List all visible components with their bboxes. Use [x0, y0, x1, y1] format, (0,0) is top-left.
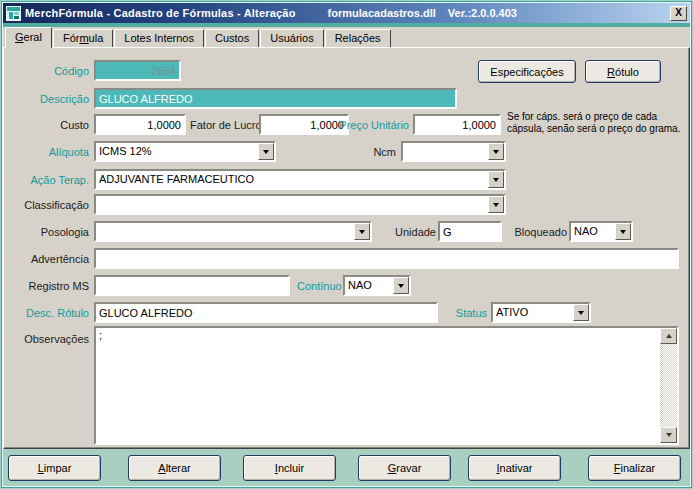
- close-icon: X: [675, 8, 682, 18]
- preco-note-line1: Se for cáps. será o preço de cada: [507, 111, 680, 123]
- ncm-combobox[interactable]: [401, 141, 506, 162]
- advertencia-field[interactable]: [94, 248, 679, 269]
- tab-label: Usuários: [270, 32, 313, 44]
- tab-custos[interactable]: Custos: [205, 29, 259, 47]
- bloqueado-dropdown-button[interactable]: [615, 223, 631, 240]
- acao-terap-label: Ação Terap.: [9, 173, 89, 187]
- ncm-label: Ncm: [341, 145, 396, 159]
- observacoes-scrollbar[interactable]: [660, 328, 677, 443]
- fator-lucro-field[interactable]: [259, 114, 349, 135]
- desc-rotulo-label: Desc. Rótulo: [9, 306, 89, 320]
- descricao-label: Descrição: [9, 92, 89, 106]
- ncm-dropdown-button[interactable]: [488, 143, 504, 160]
- preco-note-line2: cápsula, senão será o preço do grama.: [507, 123, 680, 135]
- tab-label: Fór: [63, 32, 80, 44]
- aliquota-combobox[interactable]: ICMS 12%: [94, 141, 276, 162]
- classificacao-combobox[interactable]: [94, 194, 506, 215]
- codigo-label: Código: [9, 64, 89, 78]
- bottom-button-bar: Limpar Alterar Incluir Gravar Inativar F…: [3, 449, 690, 486]
- tab-lotes-internos[interactable]: Lotes Internos: [114, 29, 204, 47]
- button-label: Especificações: [490, 66, 563, 78]
- button-label: nativar: [500, 462, 533, 474]
- classificacao-value: [96, 196, 488, 213]
- classificacao-dropdown-button[interactable]: [488, 196, 504, 213]
- tab-label: Lotes Internos: [124, 32, 194, 44]
- status-value: ATIVO: [493, 304, 573, 321]
- preco-unitario-field[interactable]: [413, 114, 501, 135]
- scroll-down-button[interactable]: [660, 427, 677, 443]
- alterar-button[interactable]: Alterar: [128, 455, 221, 481]
- advertencia-label: Advertência: [9, 252, 89, 266]
- gravar-button[interactable]: Gravar: [358, 455, 451, 481]
- observacoes-text[interactable]: ;: [99, 329, 657, 442]
- tab-label: m: [79, 32, 88, 44]
- tab-label: eral: [24, 31, 42, 43]
- scroll-up-button[interactable]: [660, 328, 677, 344]
- continuo-value: NAO: [345, 277, 393, 294]
- app-icon: [6, 6, 21, 21]
- continuo-combobox[interactable]: NAO: [343, 275, 411, 296]
- button-label: A: [158, 462, 165, 474]
- chevron-down-icon: [493, 178, 499, 185]
- button-label: impar: [44, 462, 72, 474]
- tab-formula[interactable]: Fórmula: [53, 29, 113, 47]
- title-bar: MerchFórmula - Cadastro de Fórmulas - Al…: [3, 3, 690, 23]
- registro-ms-field[interactable]: [94, 275, 290, 296]
- aliquota-value: ICMS 12%: [96, 143, 258, 160]
- inativar-button[interactable]: Inativar: [468, 455, 561, 481]
- tab-usuarios[interactable]: Usuários: [260, 29, 323, 47]
- desc-rotulo-field[interactable]: [94, 302, 438, 323]
- button-label: G: [388, 462, 397, 474]
- fator-lucro-label: Fator de Lucro: [190, 118, 260, 132]
- acao-terap-value: ADJUVANTE FARMACEUTICO: [96, 171, 488, 188]
- tab-relacoes[interactable]: Relações: [325, 29, 391, 47]
- tab-label: Relações: [335, 32, 381, 44]
- continuo-dropdown-button[interactable]: [393, 277, 409, 294]
- bloqueado-value: NAO: [571, 223, 615, 240]
- status-combobox[interactable]: ATIVO: [491, 302, 591, 323]
- close-button[interactable]: X: [670, 6, 687, 21]
- acao-terap-combobox[interactable]: ADJUVANTE FARMACEUTICO: [94, 169, 506, 190]
- registro-ms-label: Registro MS: [9, 279, 89, 293]
- bloqueado-label: Bloqueado: [509, 225, 567, 239]
- custo-field[interactable]: [94, 114, 186, 135]
- limpar-button[interactable]: Limpar: [8, 455, 101, 481]
- window-title: MerchFórmula - Cadastro de Fórmulas - Al…: [25, 7, 296, 19]
- unidade-label: Unidade: [386, 225, 436, 239]
- preco-note: Se for cáps. será o preço de cada cápsul…: [507, 111, 680, 135]
- button-label: lterar: [166, 462, 191, 474]
- arrow-down-icon: [666, 433, 672, 440]
- app-window: MerchFórmula - Cadastro de Fórmulas - Al…: [0, 0, 693, 489]
- bloqueado-combobox[interactable]: NAO: [569, 221, 633, 242]
- button-label: ravar: [396, 462, 421, 474]
- tab-label: ula: [89, 32, 104, 44]
- rotulo-button[interactable]: Rótulo: [585, 60, 661, 83]
- posologia-combobox[interactable]: [94, 221, 372, 242]
- acao-terap-dropdown-button[interactable]: [488, 171, 504, 188]
- tab-geral[interactable]: Geral: [5, 27, 52, 48]
- chevron-down-icon: [398, 284, 404, 291]
- chevron-down-icon: [493, 203, 499, 210]
- finalizar-button[interactable]: Finalizar: [588, 455, 681, 481]
- aliquota-dropdown-button[interactable]: [258, 143, 274, 160]
- status-label: Status: [449, 306, 487, 320]
- button-label: ncluir: [278, 462, 304, 474]
- status-dropdown-button[interactable]: [573, 304, 589, 321]
- posologia-dropdown-button[interactable]: [354, 223, 370, 240]
- tab-label: G: [15, 31, 24, 43]
- chevron-down-icon: [263, 150, 269, 157]
- descricao-field[interactable]: [94, 88, 457, 109]
- button-label: inalizar: [620, 462, 655, 474]
- chevron-down-icon: [578, 311, 584, 318]
- codigo-field[interactable]: [94, 60, 181, 81]
- especificacoes-button[interactable]: Especificações: [478, 60, 576, 83]
- ncm-value: [403, 143, 488, 160]
- aliquota-label: Alíquota: [9, 145, 89, 159]
- button-label: R: [607, 66, 615, 78]
- unidade-field[interactable]: [438, 221, 502, 242]
- chevron-down-icon: [620, 230, 626, 237]
- observacoes-memo[interactable]: ;: [94, 326, 679, 445]
- incluir-button[interactable]: Incluir: [243, 455, 336, 481]
- tab-page-geral: Código Especificações Rótulo Descrição C…: [3, 47, 690, 449]
- observacoes-label: Observações: [9, 332, 89, 346]
